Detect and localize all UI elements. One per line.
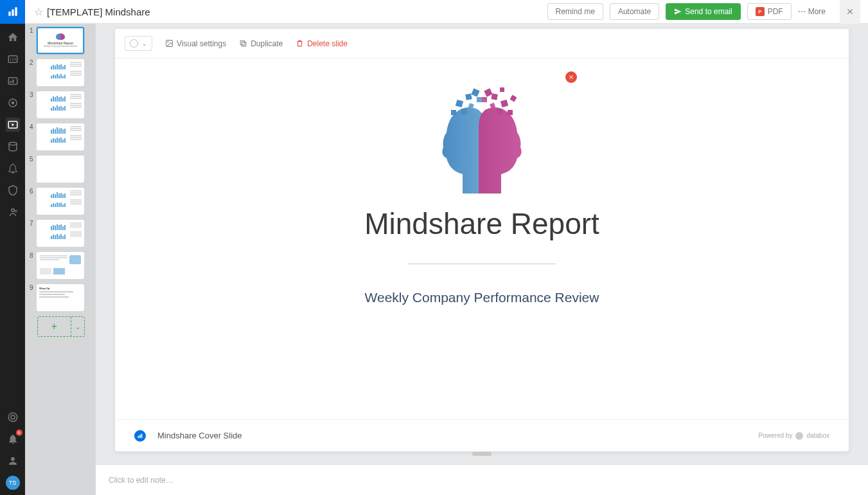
slide-thumbnail[interactable]: 4 bbox=[30, 123, 91, 150]
delete-slide-label: Delete slide bbox=[307, 39, 348, 48]
close-icon bbox=[846, 7, 855, 16]
slide-subtitle[interactable]: Weekly Company Performance Review bbox=[365, 290, 599, 305]
notes-bar[interactable]: Click to edit note… bbox=[96, 464, 868, 495]
svg-rect-19 bbox=[465, 93, 472, 100]
svg-rect-24 bbox=[491, 93, 497, 100]
automate-button[interactable]: Automate bbox=[610, 3, 659, 20]
main-content: Mindshare Report Weekly Company Performa… bbox=[96, 24, 868, 495]
slide-thumbnail[interactable]: 9 Wrap Up bbox=[30, 284, 91, 311]
svg-rect-22 bbox=[461, 109, 468, 115]
svg-point-16 bbox=[11, 415, 15, 419]
slide-thumbnail[interactable]: 8 bbox=[30, 252, 91, 279]
nav-security-icon[interactable] bbox=[6, 183, 20, 197]
duplicate-button[interactable]: Duplicate bbox=[239, 39, 283, 48]
nav-home-icon[interactable] bbox=[6, 30, 20, 44]
powered-by-label: Powered by bbox=[759, 432, 793, 439]
plus-icon[interactable]: + bbox=[38, 317, 71, 336]
thumbnail-number: 4 bbox=[30, 123, 35, 150]
slide-content: Mindshare Report Weekly Company Performa… bbox=[115, 59, 849, 451]
theme-dropdown[interactable]: ⌄ bbox=[125, 36, 152, 51]
svg-rect-21 bbox=[471, 88, 479, 96]
bar-chart-icon bbox=[6, 5, 19, 18]
visual-settings-button[interactable]: Visual settings bbox=[165, 39, 226, 48]
nav-alerts-icon[interactable] bbox=[6, 161, 20, 176]
slide-wrapper: Mindshare Report Weekly Company Performa… bbox=[96, 24, 868, 464]
nav-dashboards-icon[interactable] bbox=[6, 74, 20, 88]
svg-rect-29 bbox=[500, 87, 504, 92]
chevron-down-icon[interactable]: ⌄ bbox=[71, 317, 84, 336]
svg-point-38 bbox=[167, 41, 168, 42]
powered-by-brand: databox bbox=[806, 432, 829, 439]
mindshare-logo bbox=[424, 78, 540, 194]
thumbnail-number: 9 bbox=[30, 284, 35, 311]
slide-thumbnail[interactable]: 3 bbox=[30, 91, 91, 118]
nav-account-icon[interactable] bbox=[6, 454, 20, 468]
add-slide-button[interactable]: + ⌄ bbox=[37, 316, 85, 337]
thumbnail-number: 6 bbox=[30, 188, 35, 215]
slide-thumbnail[interactable]: 6 bbox=[30, 188, 91, 215]
chevron-down-icon: ⌄ bbox=[142, 40, 147, 47]
thumbnail-number: 2 bbox=[30, 59, 35, 86]
svg-point-9 bbox=[11, 102, 14, 105]
slide-thumbnail[interactable]: 2 bbox=[30, 59, 91, 86]
more-menu[interactable]: ⋯ More bbox=[798, 7, 826, 16]
svg-rect-39 bbox=[242, 42, 246, 46]
slide-thumbnail-panel: 1 Mindshare Report Weekly Company Perfor… bbox=[25, 24, 96, 495]
nav-notifications-icon[interactable]: 9 bbox=[6, 432, 20, 446]
send-to-email-button[interactable]: Send to email bbox=[666, 3, 740, 20]
slide-title[interactable]: Mindshare Report bbox=[364, 206, 599, 241]
svg-marker-11 bbox=[12, 123, 14, 127]
remind-me-label: Remind me bbox=[556, 7, 595, 16]
trash-icon bbox=[296, 39, 304, 48]
thumbnail-number: 8 bbox=[30, 252, 35, 279]
slide-thumbnail[interactable]: 5 bbox=[30, 156, 91, 183]
thumbnail-number: 5 bbox=[30, 156, 35, 183]
delete-slide-button[interactable]: Delete slide bbox=[296, 39, 348, 48]
svg-rect-28 bbox=[510, 95, 517, 102]
svg-rect-32 bbox=[482, 97, 487, 102]
nav-goals-icon[interactable] bbox=[6, 96, 20, 110]
remind-me-button[interactable]: Remind me bbox=[547, 3, 603, 20]
slide-footer-title: Mindshare Cover Slide bbox=[157, 431, 242, 440]
automate-label: Automate bbox=[618, 7, 651, 16]
svg-point-17 bbox=[11, 457, 15, 461]
slide-divider bbox=[408, 264, 556, 264]
droplet-icon bbox=[130, 39, 138, 48]
svg-rect-35 bbox=[139, 435, 141, 438]
nav-users-icon[interactable] bbox=[6, 205, 20, 219]
app-header: ☆ [TEMPLATE] Mindshare Remind me Automat… bbox=[0, 0, 868, 24]
left-nav-rail: 123 9 TS bbox=[0, 24, 25, 495]
svg-rect-25 bbox=[508, 110, 513, 115]
app-logo[interactable] bbox=[0, 0, 25, 24]
nav-help-icon[interactable] bbox=[6, 410, 20, 424]
report-title[interactable]: [TEMPLATE] Mindshare bbox=[47, 6, 150, 17]
svg-rect-36 bbox=[141, 433, 143, 438]
svg-rect-20 bbox=[451, 110, 456, 115]
svg-rect-7 bbox=[12, 80, 13, 83]
svg-rect-34 bbox=[138, 436, 139, 438]
svg-point-15 bbox=[8, 413, 17, 422]
delete-element-badge[interactable] bbox=[565, 71, 577, 83]
nav-metrics-icon[interactable]: 123 bbox=[6, 52, 20, 66]
thumbnail-number: 7 bbox=[30, 220, 35, 247]
close-button[interactable] bbox=[840, 0, 860, 24]
paper-plane-icon bbox=[674, 8, 682, 15]
more-label: More bbox=[808, 7, 826, 16]
user-avatar[interactable]: TS bbox=[6, 476, 20, 490]
slide-thumbnail[interactable]: 7 bbox=[30, 220, 91, 247]
slide-footer-logo-icon bbox=[134, 430, 146, 442]
nav-reports-icon[interactable] bbox=[6, 118, 20, 132]
nav-data-icon[interactable] bbox=[6, 140, 20, 154]
pdf-button[interactable]: P PDF bbox=[747, 3, 792, 20]
resize-handle[interactable] bbox=[472, 452, 492, 456]
favorite-star-icon[interactable]: ☆ bbox=[34, 6, 43, 18]
svg-point-14 bbox=[15, 210, 17, 212]
svg-point-12 bbox=[9, 142, 17, 145]
pdf-label: PDF bbox=[768, 7, 783, 16]
slide-thumbnail[interactable]: 1 Mindshare Report Weekly Company Perfor… bbox=[30, 27, 91, 54]
thumbnail-number: 1 bbox=[30, 27, 35, 54]
slide-canvas[interactable]: Mindshare Report Weekly Company Performa… bbox=[115, 29, 849, 451]
svg-rect-18 bbox=[456, 100, 463, 107]
svg-rect-1 bbox=[12, 10, 13, 16]
slide-powered-by: Powered by databox bbox=[759, 432, 829, 440]
